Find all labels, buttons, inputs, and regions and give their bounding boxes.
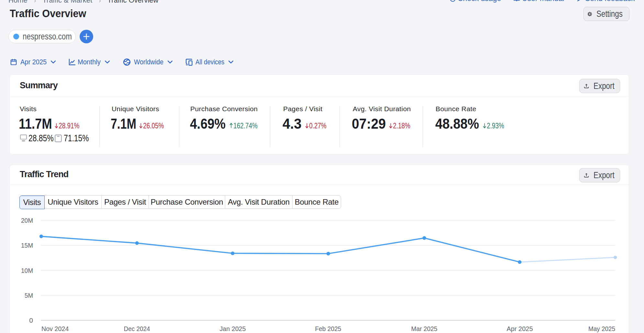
svg-text:0: 0: [29, 317, 33, 324]
svg-text:Apr 2025: Apr 2025: [507, 325, 533, 332]
svg-text:Nov 2024: Nov 2024: [41, 325, 69, 332]
svg-text:10M: 10M: [21, 267, 33, 274]
svg-text:Jan 2025: Jan 2025: [220, 325, 246, 332]
svg-text:20M: 20M: [21, 217, 33, 224]
svg-text:Mar 2025: Mar 2025: [411, 325, 438, 332]
svg-text:Feb 2025: Feb 2025: [315, 325, 341, 332]
svg-text:Dec 2024: Dec 2024: [124, 325, 150, 332]
svg-text:15M: 15M: [21, 242, 33, 249]
svg-text:May 2025: May 2025: [588, 325, 615, 332]
svg-text:5M: 5M: [25, 292, 33, 299]
